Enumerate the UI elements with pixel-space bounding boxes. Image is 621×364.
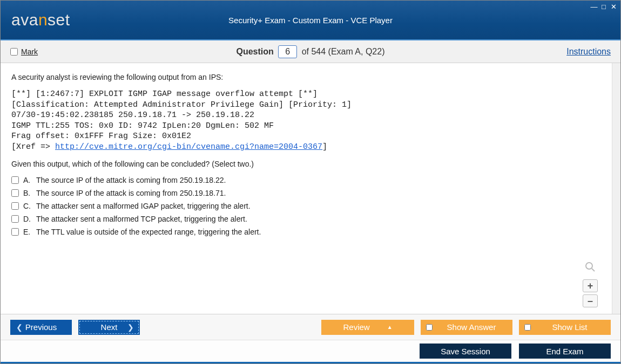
question-number-box[interactable]: 6	[278, 45, 297, 58]
window-controls: — □ ✕	[590, 3, 617, 10]
minimize-icon[interactable]: —	[590, 3, 598, 10]
logo-text-1: ava	[11, 11, 38, 29]
review-label: Review	[343, 322, 369, 332]
ips-line: IGMP TTL:255 TOS: 0x0 ID: 9742 IpLen:20 …	[11, 121, 274, 131]
answer-option[interactable]: B. The source IP of the attack is coming…	[11, 189, 601, 197]
option-letter: B.	[23, 189, 32, 197]
question-content: A security analyst is reviewing the foll…	[1, 63, 612, 314]
zoom-in-button[interactable]: +	[583, 279, 598, 292]
ips-line: [Classification: Attempted Administrator…	[11, 100, 352, 109]
instructions-link[interactable]: Instructions	[566, 47, 611, 57]
logo-text-2: set	[48, 11, 70, 29]
answer-options: A. The source IP of the attack is coming…	[11, 176, 601, 236]
title-bar: avanset Security+ Exam - Custom Exam - V…	[1, 1, 620, 40]
question-followup: Given this output, which of the followin…	[11, 160, 601, 168]
option-checkbox[interactable]	[11, 189, 19, 197]
previous-button[interactable]: ❮ Previous	[10, 320, 72, 335]
option-text: The attacker sent a malformed TCP packet…	[36, 215, 247, 223]
question-prompt: A security analyst is reviewing the foll…	[11, 73, 601, 81]
option-text: The attacker sent a malformed IGAP packe…	[36, 202, 251, 210]
option-text: The source IP of the attack is coming fr…	[36, 176, 226, 184]
option-text: The source IP of the attack is coming fr…	[36, 189, 226, 197]
ips-output-block: [**] [1:2467:7] EXPLOIT IGMP IGAP messag…	[11, 89, 601, 152]
zoom-out-button[interactable]: –	[583, 294, 598, 307]
option-checkbox[interactable]	[11, 228, 19, 236]
ips-line: 07/30-19:45:02.238185 250.19.18.71 -> 25…	[11, 111, 254, 120]
answer-option[interactable]: D. The attacker sent a malformed TCP pac…	[11, 215, 601, 223]
show-list-button[interactable]: Show List	[519, 320, 611, 335]
svg-line-1	[592, 269, 595, 271]
option-checkbox[interactable]	[11, 215, 19, 223]
app-logo: avanset	[11, 11, 70, 29]
ips-xref-suffix: ]	[322, 142, 327, 152]
answer-option[interactable]: A. The source IP of the attack is coming…	[11, 176, 601, 184]
chevron-right-icon: ❯	[127, 323, 134, 332]
mark-checkbox[interactable]	[10, 48, 18, 56]
bottom-bar: Save Session End Exam	[1, 340, 620, 363]
option-letter: A.	[23, 176, 32, 184]
chevron-left-icon: ❮	[16, 323, 23, 332]
next-label: Next	[101, 322, 118, 332]
question-counter: Question 6 of 544 (Exam A, Q22)	[1, 45, 620, 58]
option-text: The TTL value is outside of the expected…	[36, 228, 261, 236]
action-bar: ❮ Previous Next ❯ Review ▲ Show Answer S…	[1, 314, 620, 340]
save-session-button[interactable]: Save Session	[420, 344, 511, 359]
show-answer-button[interactable]: Show Answer	[421, 320, 512, 335]
show-list-checkbox[interactable]	[524, 324, 531, 331]
review-button[interactable]: Review ▲	[321, 320, 414, 335]
answer-option[interactable]: E. The TTL value is outside of the expec…	[11, 228, 601, 236]
show-answer-checkbox[interactable]	[426, 324, 433, 331]
close-icon[interactable]: ✕	[610, 3, 617, 10]
scrollbar[interactable]	[612, 63, 620, 314]
ips-xref-link[interactable]: http://cve.mitre.org/cgi-bin/cvename.cgi…	[55, 142, 322, 152]
svg-point-0	[586, 263, 592, 269]
question-header: Mark Question 6 of 544 (Exam A, Q22) Ins…	[1, 40, 620, 63]
question-label: Question	[236, 47, 273, 56]
show-answer-label: Show Answer	[438, 322, 505, 332]
option-letter: E.	[23, 228, 32, 236]
answer-option[interactable]: C. The attacker sent a malformed IGAP pa…	[11, 202, 601, 210]
logo-text-accent: n	[38, 11, 48, 29]
next-button[interactable]: Next ❯	[78, 320, 140, 335]
option-checkbox[interactable]	[11, 176, 19, 184]
magnifier-icon[interactable]	[585, 262, 596, 275]
ips-xref-prefix: [Xref =>	[11, 142, 55, 152]
option-letter: C.	[23, 202, 32, 210]
option-checkbox[interactable]	[11, 202, 19, 210]
zoom-controls: + –	[583, 262, 598, 307]
mark-label[interactable]: Mark	[21, 47, 38, 56]
ips-line: [**] [1:2467:7] EXPLOIT IGMP IGAP messag…	[11, 90, 318, 99]
end-exam-button[interactable]: End Exam	[519, 344, 611, 359]
maximize-icon[interactable]: □	[600, 3, 608, 10]
ips-line: Frag offset: 0x1FFF Frag Size: 0x01E2	[11, 132, 191, 141]
magnifier-svg	[585, 262, 596, 272]
question-total: of 544 (Exam A, Q22)	[302, 47, 385, 56]
option-letter: D.	[23, 215, 32, 223]
window-title: Security+ Exam - Custom Exam - VCE Playe…	[1, 16, 620, 25]
previous-label: Previous	[25, 322, 57, 332]
triangle-up-icon: ▲	[387, 324, 393, 330]
show-list-label: Show List	[536, 322, 603, 332]
